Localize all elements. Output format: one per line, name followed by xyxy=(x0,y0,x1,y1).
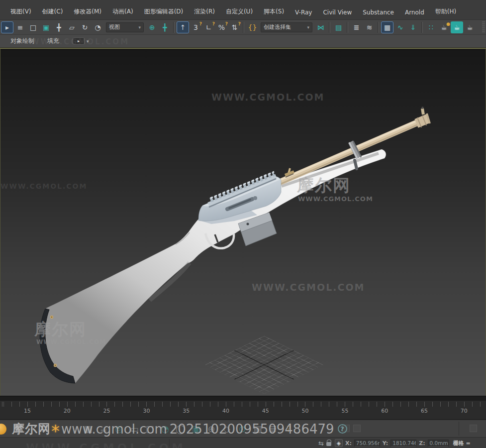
watermark-bottom: 摩尔网 * www.cgmol.com 20251020095509486479… xyxy=(12,420,347,437)
z-label: Z: xyxy=(419,440,425,447)
watermark-site-text: 摩尔网 xyxy=(12,421,51,437)
status-area: ▦☕◎▭□◔◯▣⊕◇⊙▤≣? 摩尔网 * www.cgmol.com 20251… xyxy=(0,420,486,437)
menu-item-substance[interactable]: Substance xyxy=(357,7,399,17)
select-and-manipulate-icon[interactable]: ╋ xyxy=(159,21,171,33)
frame-label-50: 50 xyxy=(302,408,309,414)
frame-label-70: 70 xyxy=(461,408,468,414)
status-bar: WWW.CGMOL.COM ⇆ ◈ X: 750.956mm Y: 1810.7… xyxy=(0,437,486,448)
x-label: X: xyxy=(345,440,352,447)
transform-type-in-icon[interactable]: ⇆ xyxy=(318,440,324,447)
ribbon-bar: 对象绘制 填充 ▸ ▾ WWW.CGMOL.COM xyxy=(0,35,486,48)
3dsmax-window: 视图(V)创建(C)修改器(M)动画(A)图形编辑器(D)渲染(R)自定义(U)… xyxy=(0,0,486,448)
schematic-view-icon[interactable]: ⇓ xyxy=(407,21,419,33)
frame-label-25: 25 xyxy=(103,408,110,414)
toolbar-divider xyxy=(378,22,379,33)
star-icon: * xyxy=(51,421,60,438)
rectangular-selection-region-icon[interactable]: □ xyxy=(27,21,39,33)
chevron-down-icon: ▾ xyxy=(307,25,309,30)
y-coordinate-field[interactable]: 1810.746m xyxy=(390,440,416,447)
menu-item-modifiers[interactable]: 修改器(M) xyxy=(68,6,107,17)
watermark-ball-icon xyxy=(0,424,6,435)
render-setup-icon[interactable]: ☕● xyxy=(438,21,450,33)
menu-item-rendering[interactable]: 渲染(R) xyxy=(189,6,220,17)
menu-item-view[interactable]: 视图(V) xyxy=(5,6,37,17)
window-crossing-toggle-icon[interactable]: ▣ xyxy=(40,21,52,33)
rifle-barrel xyxy=(275,120,422,184)
status-button[interactable] xyxy=(470,425,477,432)
mirror-icon[interactable]: ⋈ xyxy=(314,21,327,33)
snap-3d-icon[interactable]: 3? xyxy=(190,21,202,33)
menu-item-create[interactable]: 创建(C) xyxy=(37,6,69,17)
menu-item-scripting[interactable]: 脚本(S) xyxy=(258,6,290,17)
frame-label-40: 40 xyxy=(222,408,229,414)
x-coordinate-field[interactable]: 750.956mm xyxy=(354,440,380,447)
coordinate-display: ⇆ ◈ X: 750.956mm Y: 1810.746m Z: 0.0mm 栅… xyxy=(318,438,471,448)
menu-item-vray[interactable]: V-Ray xyxy=(290,7,317,17)
z-coordinate-field[interactable]: 0.0mm xyxy=(428,440,449,447)
percent-snap-toggle-icon[interactable]: %? xyxy=(215,21,228,33)
watermark-code-text: 20251020095509486479 xyxy=(170,422,334,437)
help-circle-icon: ? xyxy=(338,424,347,434)
layer-manager-icon[interactable]: ≣ xyxy=(350,21,363,33)
frame-label-55: 55 xyxy=(341,408,348,414)
status-divider xyxy=(169,439,170,447)
menu-item-civil-view[interactable]: Civil View xyxy=(317,7,357,17)
toolbar-divider xyxy=(421,22,423,33)
select-and-rotate-icon[interactable]: ↻ xyxy=(79,21,91,33)
menu-item-customize[interactable]: 自定义(U) xyxy=(220,6,258,17)
rendered-frame-window-icon[interactable]: ☕ xyxy=(451,21,463,33)
reference-coordinate-system-value: 视图 xyxy=(109,23,120,31)
scene-explorer-icon[interactable]: ▦ xyxy=(381,21,393,33)
frame-label-15: 15 xyxy=(24,408,31,414)
menu-bar: 视图(V)创建(C)修改器(M)动画(A)图形编辑器(D)渲染(R)自定义(U)… xyxy=(0,0,486,20)
menu-item-arnold[interactable]: Arnold xyxy=(399,7,430,17)
render-production-icon[interactable]: ☕ xyxy=(464,21,476,33)
frame-label-45: 45 xyxy=(262,408,269,414)
timeline-ruler[interactable]: 152025303540455055606570 xyxy=(0,401,486,420)
select-and-scale-icon[interactable]: ◔ xyxy=(92,21,104,33)
spinner-snap-toggle-icon[interactable]: ⇅? xyxy=(228,21,241,33)
frame-label-30: 30 xyxy=(143,408,150,414)
snaps-toggle-icon[interactable]: ↑ xyxy=(177,21,189,33)
viewport-3d[interactable]: WWW.CGMOL.COM WWW.CGMOL.COM 摩尔网 WWW.CGMO… xyxy=(0,48,486,396)
select-and-place-icon[interactable]: ▱ xyxy=(66,21,78,33)
align-icon[interactable]: ▤ xyxy=(332,21,345,33)
material-editor-icon[interactable]: ∷ xyxy=(425,21,437,33)
chevron-down-icon: ▾ xyxy=(138,25,141,30)
menu-item-help[interactable]: 帮助(H) xyxy=(430,6,462,17)
named-selection-sets-value: 创建选择集 xyxy=(264,23,291,31)
absolute-mode-icon[interactable]: ◈ xyxy=(335,439,343,447)
toolbar-divider xyxy=(329,22,330,33)
frame-label-60: 60 xyxy=(381,408,388,414)
toolbar-divider xyxy=(347,22,348,33)
frame-label-20: 20 xyxy=(64,408,71,414)
toolbar-divider xyxy=(173,22,175,33)
reference-coordinate-system-dropdown[interactable]: 视图▾ xyxy=(106,22,144,32)
watermark-statusbar: WWW.CGMOL.COM xyxy=(26,442,186,448)
track-bar xyxy=(0,396,486,401)
frame-label-35: 35 xyxy=(183,408,190,414)
use-pivot-point-center-icon[interactable]: ⊕ xyxy=(146,21,158,33)
named-selection-sets-dropdown[interactable]: 创建选择集▾ xyxy=(261,22,312,32)
y-label: Y: xyxy=(383,440,388,447)
main-toolbar: ▸≡□▣╋▱↻◔视图▾⊕╋↑3?∟?%?⇅?{}创建选择集▾⋈▤≣≋▦∿⇓∷☕●… xyxy=(0,20,486,35)
grid-spacing-label: 栅格 = xyxy=(453,440,471,447)
frame-label-65: 65 xyxy=(421,408,428,414)
status-divider xyxy=(459,422,459,436)
select-object-icon[interactable]: ▸ xyxy=(1,21,13,33)
curve-editor-icon[interactable]: ∿ xyxy=(394,21,406,33)
rifle-model[interactable] xyxy=(0,49,486,396)
select-by-name-icon[interactable]: ≡ xyxy=(14,21,26,33)
status-button[interactable] xyxy=(353,425,361,432)
menu-item-animation[interactable]: 动画(A) xyxy=(107,6,139,17)
watermark-url-text: www.cgmol.com xyxy=(61,422,167,437)
toolbar-divider xyxy=(243,22,244,33)
angle-snap-toggle-icon[interactable]: ∟? xyxy=(202,21,215,33)
timeline-ticks xyxy=(0,402,486,407)
select-and-move-icon[interactable]: ╋ xyxy=(53,21,65,33)
menu-item-graph-editors[interactable]: 图形编辑器(D) xyxy=(139,6,189,17)
toolbar-drag-handle[interactable] xyxy=(482,21,485,33)
selection-lock-icon[interactable] xyxy=(326,442,331,446)
edit-named-selection-sets-icon[interactable]: {} xyxy=(246,21,259,33)
graphite-ribbon-toggle-icon[interactable]: ≋ xyxy=(363,21,376,33)
